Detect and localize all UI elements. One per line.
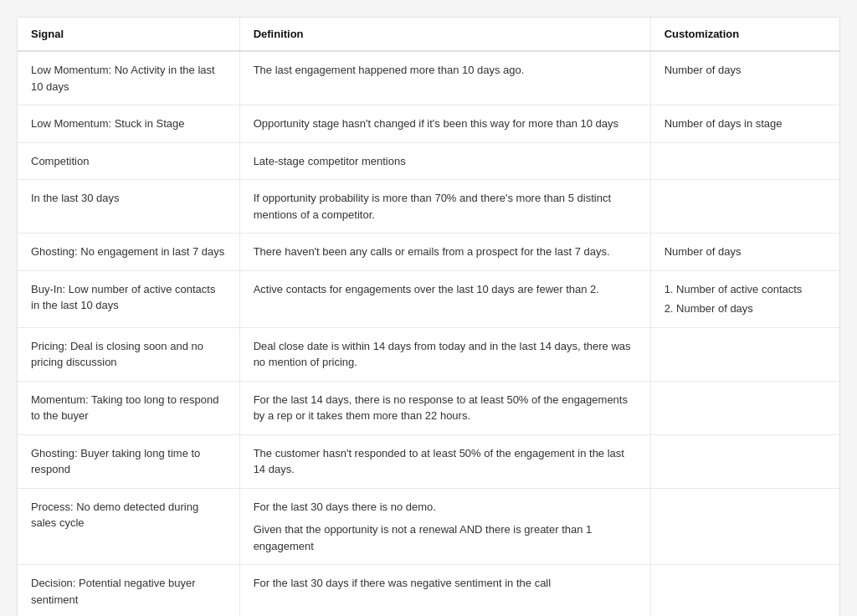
- cell-definition: For the last 30 days if there was negati…: [239, 565, 650, 617]
- table-row: In the last 30 daysIf opportunity probab…: [18, 180, 839, 234]
- header-definition: Definition: [239, 18, 650, 51]
- signals-table-container: Signal Definition Customization Low Mome…: [17, 17, 840, 616]
- cell-definition: Active contacts for engagements over the…: [239, 270, 650, 327]
- table-row: Buy-In: Low number of active contacts in…: [18, 270, 839, 327]
- header-customization: Customization: [650, 18, 839, 51]
- cell-customization: Number of days: [650, 234, 839, 271]
- cell-signal: Pricing: Deal is closing soon and no pri…: [18, 327, 239, 381]
- cell-definition: For the last 14 days, there is no respon…: [239, 381, 650, 434]
- cell-customization: [650, 488, 839, 565]
- cell-signal: Ghosting: No engagement in last 7 days: [18, 234, 239, 271]
- table-row: Process: No demo detected during sales c…: [18, 488, 839, 565]
- cell-signal: Competition: [18, 142, 239, 180]
- table-row: Ghosting: No engagement in last 7 daysTh…: [18, 234, 839, 271]
- table-row: Decision: Potential negative buyer senti…: [18, 565, 839, 617]
- cell-customization: [650, 327, 839, 381]
- table-row: Momentum: Taking too long to respond to …: [18, 381, 839, 434]
- table-row: Pricing: Deal is closing soon and no pri…: [18, 327, 839, 381]
- table-row: Ghosting: Buyer taking long time to resp…: [18, 434, 839, 488]
- cell-customization: [650, 381, 839, 434]
- cell-signal: Low Momentum: No Activity in the last 10…: [18, 51, 239, 105]
- cell-customization: [650, 142, 839, 180]
- header-signal: Signal: [18, 18, 239, 51]
- cell-signal: Process: No demo detected during sales c…: [18, 488, 239, 565]
- cell-definition: For the last 30 days there is no demo.Gi…: [239, 488, 650, 565]
- cell-signal: Decision: Potential negative buyer senti…: [18, 565, 239, 617]
- cell-customization: [650, 434, 839, 488]
- signals-table: Signal Definition Customization Low Mome…: [18, 18, 839, 616]
- table-header-row: Signal Definition Customization: [18, 18, 839, 51]
- cell-definition: The customer hasn't responded to at leas…: [239, 434, 650, 488]
- table-row: Low Momentum: Stuck in StageOpportunity …: [18, 105, 839, 143]
- cell-definition: Opportunity stage hasn't changed if it's…: [239, 105, 650, 143]
- cell-definition: The last engagement happened more than 1…: [239, 51, 650, 105]
- cell-definition: Late-stage competitor mentions: [239, 142, 650, 180]
- cell-definition: There haven't been any calls or emails f…: [239, 234, 650, 271]
- cell-definition: If opportunity probability is more than …: [239, 180, 650, 234]
- cell-customization: Number of days in stage: [650, 105, 839, 143]
- cell-customization: Number of days: [650, 51, 839, 105]
- cell-signal: In the last 30 days: [18, 180, 239, 234]
- cell-customization: 1. Number of active contacts2. Number of…: [650, 270, 839, 327]
- table-row: CompetitionLate-stage competitor mention…: [18, 142, 839, 180]
- cell-signal: Momentum: Taking too long to respond to …: [18, 381, 239, 434]
- cell-definition: Deal close date is within 14 days from t…: [239, 327, 650, 381]
- cell-signal: Ghosting: Buyer taking long time to resp…: [18, 434, 239, 488]
- table-row: Low Momentum: No Activity in the last 10…: [18, 51, 839, 105]
- cell-signal: Low Momentum: Stuck in Stage: [18, 105, 239, 143]
- cell-customization: [650, 565, 839, 617]
- cell-customization: [650, 180, 839, 234]
- cell-signal: Buy-In: Low number of active contacts in…: [18, 270, 239, 327]
